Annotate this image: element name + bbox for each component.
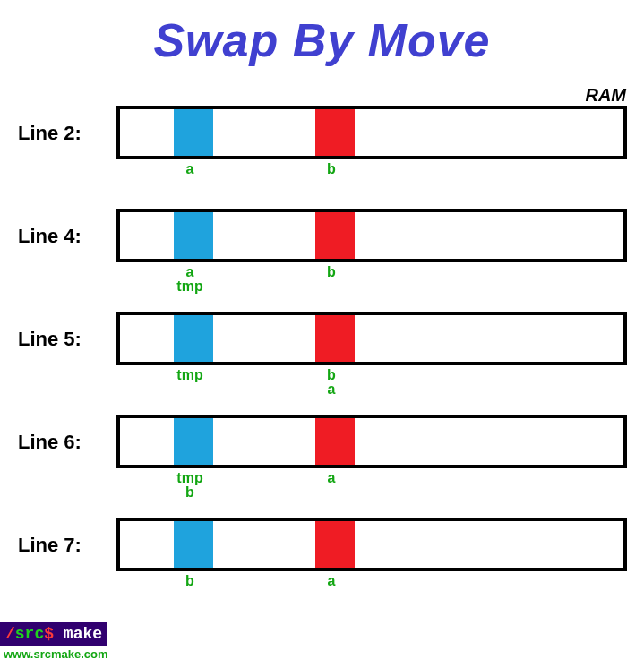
var-label: tmp	[170, 367, 210, 383]
memory-bar	[116, 415, 627, 468]
badge-src: src	[15, 625, 44, 643]
block-red	[315, 521, 355, 568]
var-label: b	[170, 484, 210, 501]
row-line-4: Line 4: a tmp b	[0, 209, 644, 312]
badge-make: make	[54, 625, 102, 643]
row-line-5: Line 5: tmp b a	[0, 312, 644, 415]
badge-dollar: $	[44, 625, 54, 643]
line-label: Line 5:	[18, 328, 82, 351]
block-blue	[174, 315, 213, 362]
block-red	[315, 109, 355, 156]
memory-bar	[116, 106, 627, 159]
line-label: Line 4:	[18, 225, 82, 248]
var-label: a	[312, 381, 351, 398]
block-blue	[174, 418, 213, 465]
memory-bar	[116, 312, 627, 365]
var-label: a	[312, 573, 351, 589]
block-red	[315, 418, 355, 465]
line-label: Line 6:	[18, 431, 82, 454]
row-line-7: Line 7: b a	[0, 518, 644, 621]
memory-bar	[116, 518, 627, 571]
memory-bar	[116, 209, 627, 262]
var-label: a	[312, 470, 351, 486]
var-label: tmp	[170, 278, 210, 295]
diagram-title: Swap By Move	[0, 0, 644, 67]
block-red	[315, 212, 355, 259]
ram-label: RAM	[585, 85, 626, 106]
row-line-2: Line 2: a b	[0, 106, 644, 209]
footer: /src$ make www.srcmake.com	[0, 622, 108, 661]
footer-url: www.srcmake.com	[0, 647, 108, 661]
line-label: Line 7:	[18, 534, 82, 557]
block-blue	[174, 109, 213, 156]
badge-slash: /	[5, 625, 15, 643]
var-label: b	[170, 573, 210, 589]
var-label: b	[312, 161, 351, 177]
line-label: Line 2:	[18, 122, 82, 145]
row-line-6: Line 6: tmp b a	[0, 415, 644, 518]
rows-container: Line 2: a b Line 4: a tmp b Line 5: tmp	[0, 106, 644, 621]
var-label: a	[170, 161, 210, 177]
footer-badge: /src$ make	[0, 622, 107, 646]
block-blue	[174, 212, 213, 259]
block-blue	[174, 521, 213, 568]
var-label: b	[312, 264, 351, 280]
block-red	[315, 315, 355, 362]
